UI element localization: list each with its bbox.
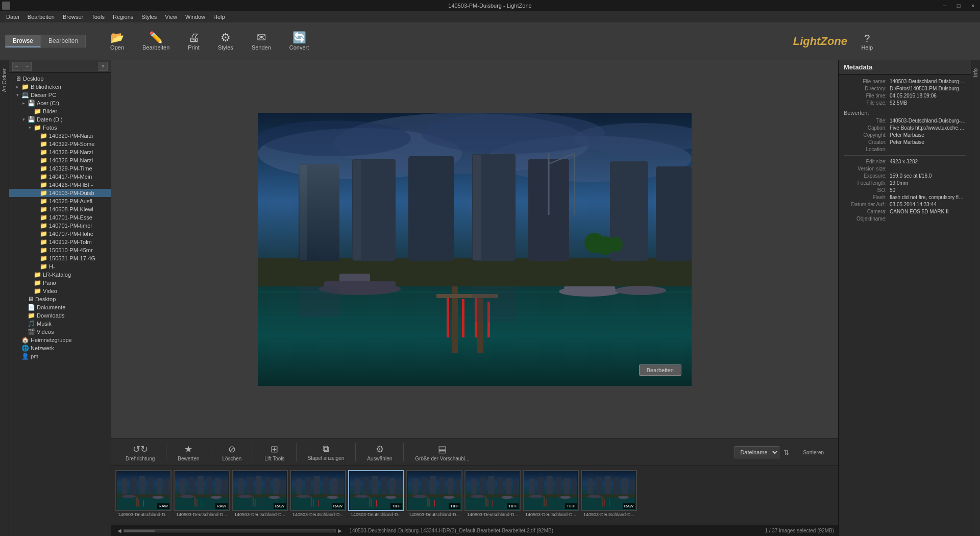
tree-item[interactable]: 📁140322-PM-Some <box>9 140 111 148</box>
thumbnail-item[interactable]: RAW140503-Deutschland-D... <box>290 470 346 521</box>
svg-rect-101 <box>354 478 360 497</box>
svg-rect-117 <box>430 476 436 496</box>
maximize-button[interactable]: □ <box>951 0 966 11</box>
thumbnail-item[interactable]: RAW140503-Deutschland-D... <box>174 470 230 521</box>
loschen-icon: ⊘ <box>228 444 236 455</box>
tree-item[interactable]: ▾💻Dieser PC <box>9 91 111 99</box>
thumbnail-item[interactable]: RAW140503-Deutschland-D... <box>232 470 288 521</box>
print-tool[interactable]: 🖨 Print <box>184 30 204 53</box>
tree-folder-icon: 📁 <box>40 222 47 229</box>
tree-item[interactable]: 🌐Netzwerk <box>9 344 111 352</box>
thumbnail-item[interactable]: TIFF140503-Deutschland-D... <box>523 470 579 521</box>
sort-icon[interactable]: ⇅ <box>783 448 790 456</box>
thumbnail-item[interactable]: TIFF140503-Deutschland-D... <box>464 470 521 521</box>
vorschau-control[interactable]: ▤ Größe der Vorschaubi... <box>406 442 478 464</box>
open-tool[interactable]: 📂 Open <box>106 30 128 53</box>
tree-item[interactable]: 🏠Heimnetzgruppe <box>9 336 111 344</box>
close-button[interactable]: × <box>966 0 980 11</box>
tree-item[interactable]: ▾💾Daten (D:) <box>9 115 111 124</box>
tree-item[interactable]: 📁140707-PM-Hohe <box>9 230 111 238</box>
tree-item[interactable]: 🎵Musik <box>9 320 111 328</box>
tree-item[interactable]: 👤pm <box>9 352 111 360</box>
menu-regions[interactable]: Regions <box>109 13 137 21</box>
sortieren-control[interactable]: Sortieren <box>794 448 833 457</box>
tree-item[interactable]: 📁140503-PM-Duisb <box>9 189 111 197</box>
tree-item[interactable]: 📁140701-PM-Esse <box>9 213 111 222</box>
menu-view[interactable]: View <box>161 13 181 21</box>
tree-item[interactable]: 📁140701-PM-timel <box>9 222 111 230</box>
tree-item[interactable]: 📁Bilder <box>9 107 111 115</box>
tree-item[interactable]: ▸📁Bibliotheken <box>9 83 111 91</box>
thumbnail-item[interactable]: RAW140503-Deutschland-D... <box>581 470 637 521</box>
help-button[interactable]: ? Help <box>861 32 873 50</box>
svg-rect-106 <box>397 479 402 496</box>
tree-item[interactable]: 📁H- <box>9 262 111 271</box>
tree-item[interactable]: 📁LR-Katalog <box>9 271 111 279</box>
svg-rect-112 <box>376 500 377 506</box>
tree-item[interactable]: ▾📁Fotos <box>9 124 111 132</box>
menu-styles[interactable]: Styles <box>137 13 161 21</box>
menu-help[interactable]: Help <box>209 13 229 21</box>
bewerten-control[interactable]: ★ Bewerten <box>168 442 208 464</box>
tree-item[interactable]: ▸💾Acer (C:) <box>9 99 111 107</box>
convert-tool[interactable]: 🔄 Convert <box>285 30 313 53</box>
stapel-control[interactable]: ⧉ Stapel anzeigen <box>299 442 354 463</box>
menu-bearbeiten[interactable]: Bearbeiten <box>23 13 59 21</box>
tree-item[interactable]: 🖥Desktop <box>9 295 111 303</box>
menu-datei[interactable]: Datei <box>2 13 23 21</box>
tree-item[interactable]: 📄Dokumente <box>9 303 111 311</box>
loschen-control[interactable]: ⊘ Löschen <box>213 442 251 464</box>
scroll-left-arrow[interactable]: ◀ <box>115 528 124 533</box>
meta-title-value: 140503-Deutschland-Duisburg-Duisbu <box>890 118 966 124</box>
drehrichtung-control[interactable]: ↺↻ Drehrichtung <box>116 442 164 464</box>
senden-tool[interactable]: ✉ Senden <box>248 30 275 53</box>
back-button[interactable]: ← <box>12 62 21 71</box>
minimize-button[interactable]: − <box>937 0 951 11</box>
menu-tools[interactable]: Tools <box>87 13 109 21</box>
menu-browser[interactable]: Browser <box>59 13 87 21</box>
lift-tools-control[interactable]: ⊞ Lift Tools <box>255 442 293 464</box>
tree-menu-button[interactable]: ≡ <box>99 62 108 71</box>
tree-item-label: 140322-PM-Some <box>49 141 94 147</box>
thumbnail-item[interactable]: TIFF140503-Deutschland-D... <box>406 470 462 521</box>
svg-rect-78 <box>280 479 285 496</box>
svg-point-109 <box>354 495 369 498</box>
tree-item[interactable]: 📁Downloads <box>9 311 111 320</box>
thumbnail-item[interactable]: TIFF140503-Deutschland-D... <box>348 470 404 521</box>
menu-window[interactable]: Window <box>181 13 209 21</box>
tab-bearbeiten[interactable]: Bearbeiten <box>41 35 86 47</box>
tree-item[interactable]: 📁140329-PM-Time <box>9 164 111 173</box>
tree-folder-icon: 📁 <box>40 198 47 205</box>
lift-tools-label: Lift Tools <box>264 456 284 461</box>
info-label[interactable]: Info <box>972 65 979 80</box>
svg-rect-118 <box>439 477 445 496</box>
scroll-right-arrow[interactable]: ▶ <box>336 528 344 533</box>
tree-item[interactable]: 📁150531-PM-17-4G <box>9 254 111 262</box>
sort-select[interactable]: Dateiname <box>734 446 779 458</box>
tree-item[interactable]: 📁140320-PM-Narzi <box>9 132 111 140</box>
print-label: Print <box>188 44 200 51</box>
tree-item[interactable]: 📁140417-PM-Mein <box>9 173 111 181</box>
an-ordner-label[interactable]: An Ordner <box>1 65 8 95</box>
tree-item[interactable]: 📁140426-PM-HBF- <box>9 181 111 189</box>
horizontal-scrollbar[interactable] <box>124 529 336 532</box>
tree-item[interactable]: 🎬Videos <box>9 328 111 336</box>
tree-item[interactable]: 📁140912-PM-Tolm <box>9 238 111 246</box>
tab-browse[interactable]: Browse <box>5 35 41 47</box>
forward-button[interactable]: → <box>22 62 32 71</box>
tree-item[interactable]: 📁140326-PM-Narzi <box>9 156 111 164</box>
thumbnail-item[interactable]: RAW140503-Deutschland-D... <box>115 470 172 521</box>
tree-item[interactable]: 🖥Desktop <box>9 75 111 83</box>
bearbeiten-tool[interactable]: ✏️ Bearbeiten <box>138 30 174 53</box>
tree-item[interactable]: 📁Video <box>9 287 111 295</box>
tree-item[interactable]: 📁140608-PM-Klewi <box>9 205 111 213</box>
bearbeiten-overlay-button[interactable]: Bearbeiten <box>639 364 681 376</box>
meta-flash-value: flash did not fire, compulsory flash mo <box>890 194 966 200</box>
metadata-title: Metadata <box>844 63 872 71</box>
tree-item[interactable]: 📁150510-PM-45mr <box>9 246 111 254</box>
tree-item[interactable]: 📁140326-PM-Narzi <box>9 148 111 156</box>
auswahlen-control[interactable]: ⚙ Auswählen <box>358 442 401 464</box>
styles-tool[interactable]: ⚙ Styles <box>214 30 237 53</box>
tree-item[interactable]: 📁Pano <box>9 279 111 287</box>
tree-item[interactable]: 📁140525-PM-Ausfl <box>9 197 111 205</box>
